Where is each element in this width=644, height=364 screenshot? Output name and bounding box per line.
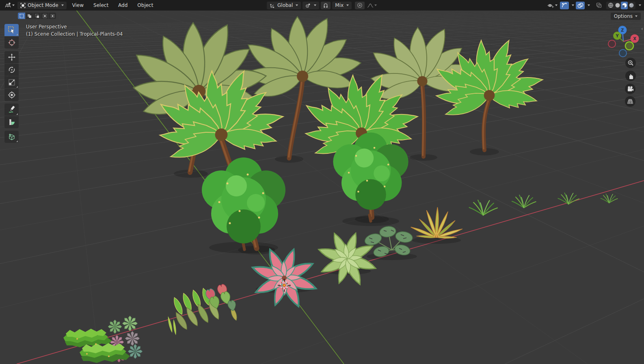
grid-icon bbox=[627, 99, 633, 104]
tool-measure[interactable] bbox=[4, 116, 19, 128]
shading-material-button[interactable] bbox=[621, 2, 628, 9]
svg-text:Z: Z bbox=[621, 28, 624, 32]
xray-icon bbox=[596, 2, 602, 8]
mode-label: Object Mode bbox=[28, 2, 58, 8]
shading-rendered-button[interactable] bbox=[628, 2, 635, 9]
orientation-label: Global bbox=[277, 2, 293, 8]
gizmo-axis-neg-x[interactable] bbox=[608, 40, 616, 47]
monstera-plant[interactable] bbox=[363, 225, 413, 258]
overlays-icon bbox=[577, 3, 583, 8]
shading-wireframe-icon bbox=[608, 2, 614, 8]
shading-dropdown[interactable] bbox=[637, 2, 642, 9]
menu-view[interactable]: View bbox=[67, 2, 89, 8]
3d-viewport-editor-icon bbox=[4, 2, 11, 9]
options-label: Options bbox=[614, 13, 633, 19]
mix-label: Mix bbox=[335, 2, 344, 8]
pan-button[interactable] bbox=[625, 71, 636, 81]
gizmo-axis-neg-z[interactable] bbox=[619, 50, 627, 57]
viewport-3d-scene bbox=[0, 0, 644, 364]
select-mode-subtract[interactable] bbox=[33, 13, 41, 19]
object-mode-icon bbox=[20, 3, 26, 8]
tool-select-box[interactable] bbox=[4, 24, 19, 36]
sidebar-collapse-arrow[interactable]: ‹ bbox=[641, 26, 643, 32]
object-visibility-dropdown[interactable] bbox=[545, 2, 559, 9]
snap-toggle[interactable] bbox=[321, 2, 331, 9]
menu-add[interactable]: Add bbox=[113, 2, 132, 8]
tool-transform[interactable] bbox=[4, 89, 19, 101]
blender-window: { "header": { "editor_icon": "3d-viewpor… bbox=[0, 0, 644, 364]
proportional-editing-icon bbox=[357, 2, 363, 8]
proportional-editing-toggle[interactable] bbox=[355, 2, 365, 9]
bush[interactable] bbox=[202, 157, 285, 250]
orthographic-toggle-button[interactable] bbox=[625, 96, 635, 107]
show-overlays-toggle[interactable] bbox=[576, 2, 585, 9]
grass-tuft[interactable] bbox=[558, 193, 579, 207]
shading-rendered-icon bbox=[629, 2, 634, 8]
visibility-eye-icon bbox=[547, 3, 554, 8]
tool-cursor[interactable] bbox=[4, 37, 19, 49]
croton-plant[interactable] bbox=[410, 207, 462, 239]
grass-tuft[interactable] bbox=[469, 200, 497, 218]
select-mode-intersect[interactable] bbox=[49, 13, 56, 19]
grass-tuft[interactable] bbox=[601, 194, 617, 205]
tool-annotate[interactable] bbox=[4, 103, 19, 116]
view-name-label: User Perspective bbox=[26, 24, 67, 30]
navigation-gizmo[interactable]: Z Y X bbox=[607, 24, 640, 58]
pivot-point-dropdown[interactable] bbox=[303, 2, 319, 9]
bush[interactable] bbox=[333, 132, 408, 221]
options-dropdown[interactable]: Options bbox=[611, 13, 641, 20]
magnet-icon bbox=[323, 3, 328, 8]
select-mode-invert[interactable] bbox=[41, 13, 48, 19]
camera-icon bbox=[627, 86, 634, 92]
viewport-shading-group bbox=[606, 2, 635, 9]
menu-select[interactable]: Select bbox=[89, 2, 113, 8]
show-gizmo-toggle[interactable] bbox=[560, 2, 569, 9]
menu-object[interactable]: Object bbox=[132, 2, 158, 8]
proportional-falloff-dropdown[interactable] bbox=[366, 2, 378, 9]
tool-rotate[interactable] bbox=[4, 64, 19, 76]
gizmo-dropdown[interactable] bbox=[570, 2, 575, 9]
select-mode-group bbox=[18, 13, 56, 19]
hand-icon bbox=[628, 73, 634, 79]
orientation-icon bbox=[270, 3, 275, 8]
shading-solid-button[interactable] bbox=[614, 2, 621, 9]
zoom-icon bbox=[627, 60, 634, 66]
gizmo-icon bbox=[562, 2, 567, 8]
overlays-dropdown[interactable] bbox=[586, 2, 591, 9]
grass-tuft[interactable] bbox=[512, 195, 536, 210]
camera-view-button[interactable] bbox=[625, 84, 635, 94]
svg-text:Y: Y bbox=[615, 34, 619, 38]
pivot-point-icon bbox=[305, 3, 311, 8]
falloff-curve-icon bbox=[367, 3, 374, 8]
viewport-header: Object Mode View Select Add Object Globa… bbox=[0, 0, 644, 11]
mode-dropdown[interactable]: Object Mode bbox=[17, 2, 67, 9]
editor-type-button[interactable] bbox=[3, 2, 15, 9]
gizmo-axis-neg-y[interactable] bbox=[625, 42, 633, 50]
tool-scale[interactable] bbox=[4, 76, 19, 88]
zoom-button[interactable] bbox=[625, 58, 636, 68]
gizmo-axis-y[interactable]: Y bbox=[613, 32, 621, 40]
shading-wireframe-button[interactable] bbox=[607, 2, 614, 9]
transform-orientation-dropdown[interactable]: Global bbox=[267, 2, 301, 9]
svg-text:X: X bbox=[633, 37, 636, 41]
scene-breadcrumb-label: (1) Scene Collection | Tropical-Plants-0… bbox=[26, 31, 123, 37]
tool-move[interactable] bbox=[4, 51, 19, 63]
snap-with-dropdown[interactable]: Mix bbox=[332, 2, 352, 9]
aglaonema-plant[interactable] bbox=[251, 247, 318, 309]
select-mode-set[interactable] bbox=[18, 13, 25, 19]
tool-shelf bbox=[4, 24, 19, 143]
gizmo-axis-x[interactable]: X bbox=[631, 34, 639, 43]
shading-solid-icon bbox=[615, 2, 620, 8]
select-mode-extend[interactable] bbox=[26, 13, 33, 19]
shading-material-icon bbox=[622, 2, 627, 8]
toggle-xray[interactable] bbox=[594, 2, 603, 9]
tool-add-cube[interactable] bbox=[4, 131, 19, 143]
object-origin-dot bbox=[283, 284, 285, 286]
